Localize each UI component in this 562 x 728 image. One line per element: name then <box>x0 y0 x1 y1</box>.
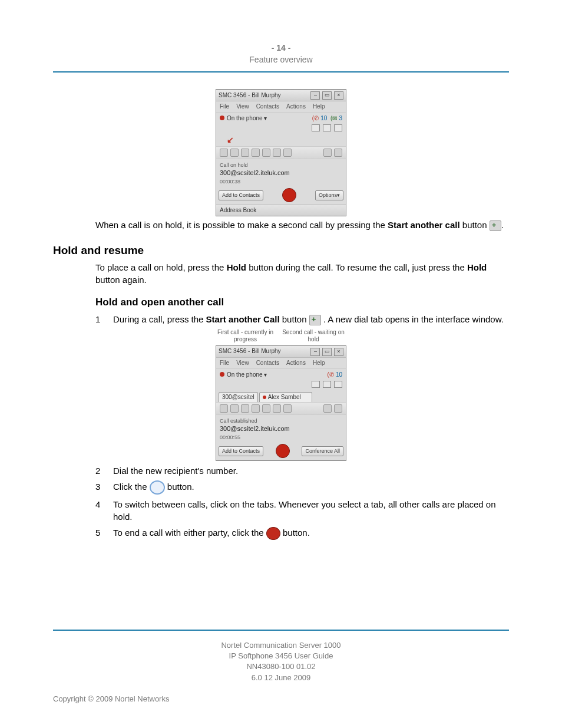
video-icon[interactable] <box>220 149 228 157</box>
toolbar-mini <box>216 381 346 391</box>
end-call-inline-icon <box>266 527 280 540</box>
menu-view[interactable]: View <box>236 103 249 111</box>
hold-icon[interactable] <box>241 404 249 413</box>
start-another-call-inline-icon <box>490 220 501 231</box>
collapse-icon[interactable] <box>323 381 331 388</box>
presence-text[interactable]: On the phone <box>227 115 263 121</box>
callout-labels: First call - currently in progress Secon… <box>216 329 346 343</box>
dialpad-icon[interactable] <box>312 381 320 388</box>
call-duration: 00:00:55 <box>220 434 342 442</box>
start-another-call-icon[interactable] <box>252 404 260 413</box>
step-4: 4 To switch between calls, click on the … <box>95 498 509 523</box>
expand-icon[interactable] <box>334 124 342 131</box>
share-icon[interactable] <box>273 404 281 413</box>
minimize-icon[interactable]: – <box>310 91 320 100</box>
missed-count: 10 <box>320 115 327 121</box>
end-call-icon[interactable] <box>282 188 296 202</box>
heading-hold-resume: Hold and resume <box>53 243 509 259</box>
step-2: 2 Dial the new recipient's number. <box>95 465 509 477</box>
titlebar: SMC 3456 - Bill Murphy – ▭ × <box>216 90 346 101</box>
titlebar: SMC 3456 - Bill Murphy – ▭ × <box>216 346 346 358</box>
menu-actions[interactable]: Actions <box>286 103 306 111</box>
footer-divider <box>53 630 509 631</box>
bottom-buttons: Add to Contacts Options▾ <box>216 186 346 205</box>
heading-hold-open: Hold and open another call <box>95 295 509 309</box>
menu-file[interactable]: File <box>220 359 229 367</box>
vm-count: 3 <box>339 115 342 121</box>
conference-all-button[interactable]: Conference All <box>302 446 343 456</box>
transfer-icon[interactable] <box>230 149 239 157</box>
hold-icon[interactable] <box>241 149 249 157</box>
hold-dot-icon <box>263 396 266 399</box>
close-icon[interactable]: × <box>334 348 343 356</box>
end-call-icon[interactable] <box>276 444 290 458</box>
restore-icon[interactable]: ▭ <box>322 91 332 100</box>
presence-bar: On the phone ▾ (✆10 (✉3 <box>216 112 346 124</box>
section-title: Feature overview <box>53 54 509 66</box>
more-icon[interactable] <box>283 149 292 157</box>
add-to-contacts-button[interactable]: Add to Contacts <box>219 446 263 456</box>
dial-inline-icon <box>150 480 165 495</box>
menu-actions[interactable]: Actions <box>286 359 306 367</box>
presence-bar: On the phone ▾ (✆10 <box>216 368 346 381</box>
callout-first: First call - currently in progress <box>216 329 275 343</box>
call-sip: 300@scsitel2.iteluk.com <box>220 424 342 433</box>
menu-file[interactable]: File <box>220 103 229 111</box>
step-3: 3 Click the button. <box>95 480 509 495</box>
video-icon[interactable] <box>220 404 228 413</box>
record-icon[interactable] <box>262 404 270 413</box>
record-icon[interactable] <box>262 149 270 157</box>
call-status: Call on hold <box>220 162 342 169</box>
presence-text[interactable]: On the phone <box>227 371 263 378</box>
step-5: 5 To end a call with either party, click… <box>95 526 509 540</box>
dialpad-icon[interactable] <box>312 124 320 131</box>
restore-icon[interactable]: ▭ <box>322 348 332 356</box>
footer-line-2: IP Softphone 3456 User Guide <box>53 651 509 661</box>
copyright: Copyright © 2009 Nortel Networks <box>53 694 509 704</box>
presence-dot-icon <box>220 372 224 377</box>
collapse-icon[interactable] <box>323 124 331 131</box>
transfer-icon[interactable] <box>230 404 239 413</box>
callout-second: Second call - waiting on hold <box>281 329 346 343</box>
page-number: - 14 - <box>53 42 509 54</box>
counters: (✆10 (✉3 <box>310 114 342 123</box>
more-icon[interactable] <box>283 404 292 413</box>
tab-call-1[interactable]: 300@scsitel <box>219 392 258 402</box>
share-icon[interactable] <box>273 149 281 157</box>
window-controls: – ▭ × <box>310 91 343 100</box>
presence-dot-icon <box>220 116 224 120</box>
menu-help[interactable]: Help <box>313 359 325 367</box>
call-status: Call established <box>220 417 342 425</box>
tab-call-2[interactable]: Alex Sambel <box>259 392 312 402</box>
tab-close-icon[interactable] <box>303 395 309 400</box>
close-icon[interactable]: × <box>334 91 343 100</box>
mute-icon[interactable] <box>323 149 332 157</box>
menu-contacts[interactable]: Contacts <box>256 359 279 367</box>
menu-help[interactable]: Help <box>313 103 325 111</box>
window-controls: – ▭ × <box>310 347 343 356</box>
footer-line-3: NN43080-100 01.02 <box>53 661 509 672</box>
volume-icon[interactable] <box>334 149 342 157</box>
minimize-icon[interactable]: – <box>310 348 320 356</box>
header-divider <box>53 71 509 73</box>
counters: (✆10 <box>326 371 342 379</box>
start-another-call-icon[interactable] <box>252 149 260 157</box>
address-book-label[interactable]: Address Book <box>220 206 256 215</box>
add-to-contacts-button[interactable]: Add to Contacts <box>219 190 263 200</box>
window-title: SMC 3456 - Bill Murphy <box>219 347 281 355</box>
mute-icon[interactable] <box>323 404 332 413</box>
menubar: File View Contacts Actions Help <box>216 358 346 368</box>
call-toolbar <box>216 146 346 159</box>
options-button[interactable]: Options▾ <box>315 190 343 200</box>
callout-arrow-1: ↙ <box>216 134 346 146</box>
missed-count: 10 <box>336 371 342 378</box>
footer-line-4: 6.0 12 June 2009 <box>53 673 509 683</box>
bottom-buttons: Add to Contacts Conference All <box>216 442 346 460</box>
menubar: File View Contacts Actions Help <box>216 101 346 112</box>
menu-contacts[interactable]: Contacts <box>256 103 279 111</box>
call-tabs: 300@scsitel Alex Sambel <box>216 391 346 402</box>
app-window-1: SMC 3456 - Bill Murphy – ▭ × File View C… <box>216 89 346 216</box>
menu-view[interactable]: View <box>236 359 249 367</box>
volume-icon[interactable] <box>334 404 342 413</box>
expand-icon[interactable] <box>334 381 342 388</box>
